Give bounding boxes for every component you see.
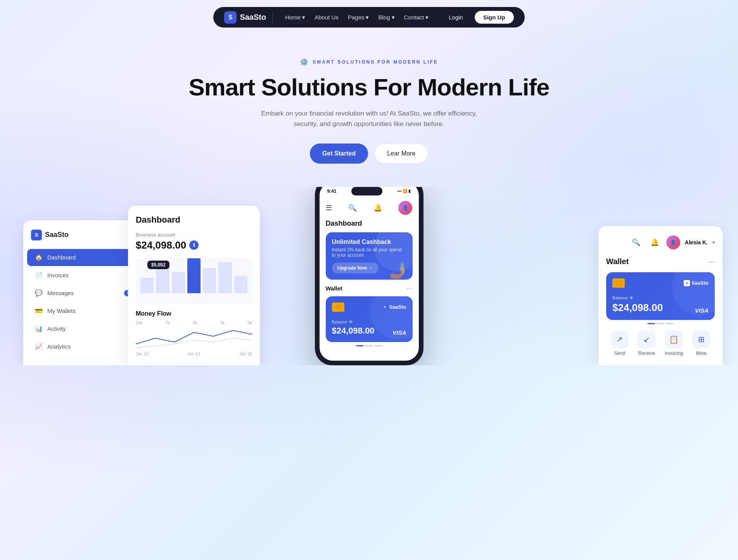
upgrade-button[interactable]: Upgrade Now → [332,263,379,273]
get-started-button[interactable]: Get Started [310,143,368,164]
right-wallet-header: Wallet ··· [606,257,715,266]
sidebar-item-messages[interactable]: 💬 Messages 5 [27,285,140,302]
signal-icon: ▪▪▪ [398,189,402,193]
phone-wallet-card: S SaaSto Balance 👁 $24,098.00 VISA [326,296,413,342]
wallet-indicator [320,345,419,346]
right-wallet-indicator [606,323,715,324]
right-dot-3 [666,323,674,324]
nav-pages[interactable]: Pages ▾ [348,14,369,21]
svg-rect-0 [334,304,342,310]
notification-icon[interactable]: 🔔 [648,235,662,249]
receive-icon: ↙ [638,330,655,348]
x-label-jan11: Jan 11 [187,351,200,356]
money-flow-y-labels: 10k 7k 5k 3k 0k [136,320,252,325]
analytics-icon: 📈 [35,343,43,351]
x-axis-labels: Jan 10 Jan 11 Jan 16 [136,351,252,356]
panel-brand-name: SaaSto [45,231,69,239]
phone-wallet-section: Wallet ··· [320,284,419,342]
right-wallet-card: S SaaSto Balance 👁 $24,098.00 VISA [606,272,715,320]
bar-3 [172,272,185,293]
send-label: Send [614,351,625,356]
more-options-icon[interactable]: ··· [708,257,715,266]
bar-1 [140,278,154,293]
sidebar-item-wallets[interactable]: 💳 My Wallets [27,302,140,320]
right-dot-1 [647,323,655,324]
username-label: Alesia K. [685,239,708,245]
dot-2 [365,345,373,346]
right-balance-amount: $24,098.00 [612,302,709,314]
eye-icon[interactable]: 👁 [349,320,353,324]
nav-about[interactable]: About Us [315,14,339,21]
sidebar-item-activity[interactable]: 📊 Activity ▾ [27,320,140,337]
sidebar-menu: 🏠 Dashboard 📄 Invoices 💬 Messages 5 💳 My… [23,249,143,355]
wallet-section-header: Wallet ··· [326,284,413,292]
more-options-icon[interactable]: ··· [406,284,412,292]
nav-links: Home ▾ About Us Pages ▾ Blog ▾ Contact ▾ [285,14,429,21]
phone-outer: 9:41 ▪▪▪ 🛜 ▮ ☰ 🔍 🔔 👤 [315,187,423,365]
signup-button[interactable]: Sign Up [475,11,514,24]
search-icon[interactable]: 🔍 [629,235,643,249]
right-dot-2 [657,323,664,324]
more-label: More [696,351,707,356]
more-action[interactable]: ⊞ More [692,330,710,356]
phone-mockup: 9:41 ▪▪▪ 🛜 ▮ ☰ 🔍 🔔 👤 [315,187,423,365]
send-action[interactable]: ↗ Send [611,330,629,356]
saasto-brand-icon: S [382,304,387,310]
svg-rect-5 [614,280,623,287]
sidebar-item-analytics[interactable]: 📈 Analytics [27,338,140,355]
sidebar-item-dashboard[interactable]: 🏠 Dashboard [27,249,140,266]
right-wallet-brand: S SaaSto [684,280,709,286]
bar-chart: $5,052 [136,258,252,304]
brand-name: SaaSto [240,13,266,22]
cashback-card: Unlimited Cashback Instant 2% back on al… [326,232,413,280]
y-label-5k: 5k [193,320,197,325]
sidebar-item-invoices[interactable]: 📄 Invoices [27,267,140,284]
phone-time: 9:41 [327,188,337,194]
phone-notch [351,187,382,195]
hand-phone-icon: 🤳 [389,261,408,280]
menu-icon[interactable]: ☰ [326,204,332,212]
wallet-card-top: S SaaSto [332,302,406,312]
navbar: S SaaSto Home ▾ About Us Pages ▾ Blog ▾ [0,0,738,35]
nav-actions: Login Sign Up [441,11,513,24]
nav-blog[interactable]: Blog ▾ [378,14,394,21]
phone-screen: 9:41 ▪▪▪ 🛜 ▮ ☰ 🔍 🔔 👤 [320,187,419,361]
x-label-jan16: Jan 16 [239,351,252,356]
activity-icon: 📊 [35,325,43,333]
hero-subtitle: Embark on your financial revolution with… [257,108,482,129]
notification-icon[interactable]: 🔔 [373,204,382,212]
user-avatar[interactable]: 👤 [398,201,412,215]
message-icon: 💬 [35,289,43,297]
bar-2 [156,266,169,293]
line-chart [136,327,252,350]
dot-1 [356,345,364,346]
invoicing-action[interactable]: 📋 Invoicing [665,330,683,356]
send-icon: ↗ [611,330,629,348]
hero-badge: ⚙️ SMART SOLUTIONS FOR MODERN LIFE [300,58,438,66]
business-account-label: Business account [136,232,252,238]
receive-label: Receive [638,351,655,356]
eye-icon-right[interactable]: 👁 [629,296,634,300]
visa-logo: VISA [392,329,406,336]
nav-home[interactable]: Home ▾ [285,14,305,21]
x-label-jan10: Jan 10 [136,351,149,356]
sidebar-panel: S SaaSto 🏠 Dashboard 📄 Invoices 💬 Messag… [23,220,143,365]
right-visa-logo: VISA [695,307,709,314]
wallet-icon: 💳 [35,307,43,315]
bar-4-active [187,258,200,293]
info-icon[interactable]: ℹ [189,240,199,250]
bar-7 [234,276,247,293]
battery-icon: ▮ [408,189,411,193]
logo[interactable]: S SaaSto [224,11,273,24]
learn-more-button[interactable]: Lear More [374,143,428,164]
phone-dashboard-title: Dashboard [320,220,419,228]
invoicing-icon: 📋 [665,330,683,348]
wifi-icon: 🛜 [403,189,407,193]
wallet-actions: ↗ Send ↙ Receive 📋 Invoicing ⊞ More [606,330,715,356]
chevron-down-icon[interactable]: ▾ [712,240,715,245]
nav-contact[interactable]: Contact ▾ [404,14,429,21]
dashboard-panel: Dashboard Business account $24,098.00 ℹ … [128,206,260,365]
login-button[interactable]: Login [441,11,471,24]
search-icon[interactable]: 🔍 [348,204,357,212]
receive-action[interactable]: ↙ Receive [638,330,655,356]
